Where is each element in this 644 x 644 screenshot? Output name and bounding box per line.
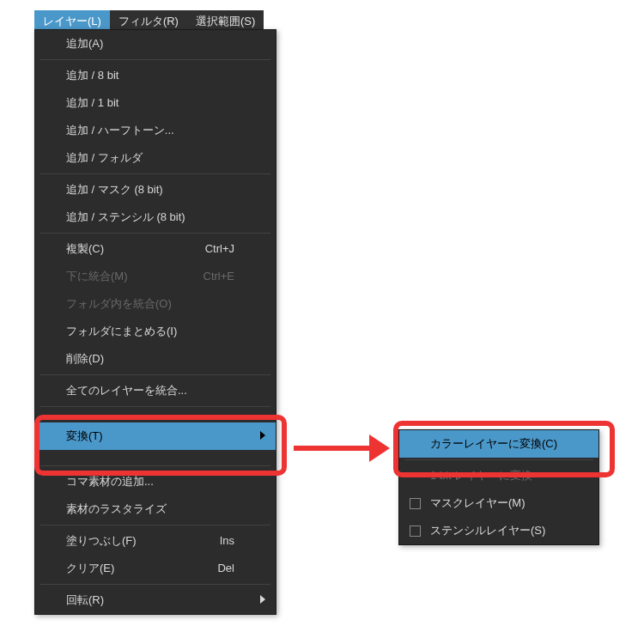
menu-separator <box>40 173 270 174</box>
menu-item[interactable]: 変換(T) <box>35 422 276 450</box>
menu-item[interactable]: 追加 / ステンシル (8 bit) <box>35 204 276 231</box>
layer-menu-dropdown: 追加(A)追加 / 8 bit追加 / 1 bit追加 / ハーフトーン...追… <box>34 29 276 615</box>
menu-separator <box>40 465 270 466</box>
menu-item: 下に統合(M)Ctrl+E <box>35 263 276 290</box>
menu-item[interactable]: フォルダにまとめる(I) <box>35 318 276 345</box>
menu-separator <box>404 459 593 460</box>
menu-item: フォルダ内を統合(O) <box>35 290 276 318</box>
menu-shortcut: Del <box>217 555 234 582</box>
menu-separator <box>40 584 270 585</box>
menu-item[interactable]: 回転(R) <box>35 586 276 614</box>
menu-item[interactable]: 追加 / フォルダ <box>35 144 276 172</box>
menu-separator <box>40 233 270 234</box>
menu-item[interactable]: 全てのレイヤーを統合... <box>35 377 276 404</box>
menu-shortcut: Ins <box>220 527 234 555</box>
menu-separator <box>40 374 270 375</box>
arrow-right-icon <box>294 431 397 465</box>
menu-item-clipped <box>35 450 276 464</box>
submenu-item[interactable]: ステンシルレイヤー(S) <box>399 517 598 544</box>
submenu-item: 1 bit レイヤーに変換 <box>399 462 598 489</box>
menu-item[interactable]: クリア(E)Del <box>35 555 276 582</box>
submenu-arrow-icon <box>260 595 265 604</box>
menu-item[interactable]: 追加 / ハーフトーン... <box>35 117 276 144</box>
convert-submenu: カラーレイヤーに変換(C)1 bit レイヤーに変換マスクレイヤー(M)ステンシ… <box>398 429 599 545</box>
menu-item[interactable]: 追加(A) <box>35 30 276 58</box>
checkbox-icon <box>410 526 421 537</box>
checkbox-icon <box>410 498 421 509</box>
menu-item-clipped <box>35 409 276 422</box>
menu-item[interactable]: 追加 / 8 bit <box>35 62 276 89</box>
menu-separator <box>40 59 270 60</box>
menu-item[interactable]: 追加 / 1 bit <box>35 89 276 117</box>
submenu-item[interactable]: マスクレイヤー(M) <box>399 489 598 517</box>
submenu-item[interactable]: カラーレイヤーに変換(C) <box>399 430 598 458</box>
menu-item[interactable]: 削除(D) <box>35 345 276 373</box>
menu-item[interactable]: 追加 / マスク (8 bit) <box>35 176 276 204</box>
submenu-arrow-icon <box>260 431 265 440</box>
menu-shortcut: Ctrl+E <box>204 263 234 290</box>
menu-separator <box>40 406 270 407</box>
menu-shortcut: Ctrl+J <box>205 235 234 263</box>
menu-item[interactable]: 塗りつぶし(F)Ins <box>35 527 276 555</box>
menu-separator <box>40 525 270 526</box>
menu-item[interactable]: コマ素材の追加... <box>35 468 276 495</box>
menu-item[interactable]: 複製(C)Ctrl+J <box>35 235 276 263</box>
menu-item[interactable]: 素材のラスタライズ <box>35 495 276 523</box>
